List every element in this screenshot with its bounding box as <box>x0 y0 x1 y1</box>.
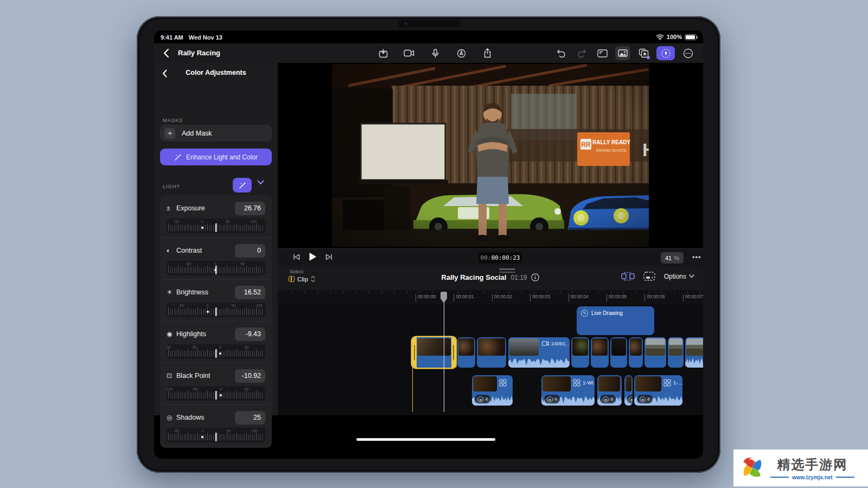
slider-value-field[interactable]: 16.52 <box>235 286 265 299</box>
clip-label-row: 24091… <box>542 341 570 346</box>
ruler-label: 50 <box>245 387 249 391</box>
more-menu-icon[interactable] <box>680 46 695 60</box>
media-library-icon[interactable] <box>615 46 630 60</box>
add-mask-button[interactable]: ＋ Add Mask <box>160 125 272 142</box>
audio-components-icon: ◉ <box>477 396 483 402</box>
timecode-display[interactable]: 00:00:00:23 <box>478 252 522 264</box>
main-clip[interactable]: 24091… <box>508 337 570 368</box>
browser-panel-icon[interactable] <box>595 46 610 60</box>
main-clip[interactable] <box>457 337 475 368</box>
ruler-time-label: 00:00:03 <box>532 294 550 299</box>
clip-thumbnail <box>635 376 661 391</box>
clip-thumbnail <box>478 338 505 356</box>
options-button[interactable]: Options <box>664 273 694 280</box>
clip-thumbnail <box>686 338 703 356</box>
slider-dial-ruler[interactable]: 00-50050 <box>167 344 265 359</box>
clip-thumbnail <box>473 376 497 391</box>
main-clip[interactable] <box>629 337 643 368</box>
slider-dial-ruler[interactable]: -50050100 <box>167 219 265 233</box>
slider-dial-ruler[interactable]: -50050100 <box>167 303 265 317</box>
main-clip[interactable] <box>644 337 666 368</box>
back-chevron-icon[interactable] <box>159 47 173 60</box>
ruler-label: 0 <box>219 345 221 349</box>
multicam-grid-icon <box>663 379 671 387</box>
viewer-more-icon[interactable]: ••• <box>692 253 701 261</box>
zoom-unit: % <box>674 255 679 261</box>
light-section-label: LIGHT <box>163 183 180 189</box>
main-clip[interactable] <box>477 337 506 368</box>
front-camera-icon <box>405 22 407 25</box>
enhance-light-color-button[interactable]: Enhance Light and Color <box>160 149 272 165</box>
record-audio-icon[interactable] <box>427 46 443 60</box>
live-drawing-icon: ✎ <box>581 310 588 317</box>
main-clip[interactable] <box>685 337 703 368</box>
info-icon[interactable] <box>531 273 539 281</box>
slider-value-field[interactable]: 25 <box>235 411 265 425</box>
effects-icon[interactable] <box>636 46 651 60</box>
timeline-ruler[interactable]: 00:00:0000:00:0100:00:0200:00:0300:00:04… <box>278 290 703 304</box>
slider-value-field[interactable]: -10.92 <box>235 369 265 383</box>
slider-dial-ruler[interactable]: 100-50050 <box>167 386 265 401</box>
status-date: Wed Nov 13 <box>189 34 222 41</box>
secondary-clip[interactable]: 1-…◉4 <box>634 375 682 406</box>
share-icon[interactable] <box>480 46 495 60</box>
video-preview[interactable]: RR RALLY READY DRIVING SCHOOL H <box>332 64 649 247</box>
wifi-icon <box>656 34 664 40</box>
live-drawing-icon[interactable] <box>454 46 469 60</box>
clip-filename: 1-… <box>673 380 682 386</box>
clip-thumbnail <box>592 338 608 356</box>
timeline-title: Rally Racing Social <box>442 273 507 281</box>
clip-thumbnail <box>458 338 474 356</box>
import-media-icon[interactable] <box>375 46 391 60</box>
ruler-label: 50 <box>232 304 236 307</box>
undo-icon[interactable] <box>553 46 569 60</box>
chevron-down-icon <box>689 274 694 278</box>
trim-handle-left[interactable] <box>412 337 417 368</box>
zero-marker-dot <box>219 352 221 355</box>
clip-filename: 24091… <box>551 341 570 346</box>
clip-thumbnail <box>598 376 620 391</box>
slider-value-field[interactable]: 0 <box>235 244 265 258</box>
main-clip[interactable] <box>591 337 609 368</box>
main-clip[interactable] <box>610 337 627 368</box>
slider-value-field[interactable]: 26.76 <box>235 202 265 215</box>
skip-to-end-icon[interactable] <box>326 254 333 260</box>
shadows-icon: ◎ <box>167 414 176 421</box>
viewer: RR RALLY READY DRIVING SCHOOL H <box>278 63 703 248</box>
home-indicator[interactable] <box>356 438 495 441</box>
connected-clip-live-drawing[interactable]: ✎Live Drawing <box>577 306 654 335</box>
ruler-label: 0 <box>214 262 216 266</box>
options-label: Options <box>664 273 686 280</box>
light-collapse-chevron-icon[interactable] <box>257 180 264 185</box>
ruler-label: -50 <box>192 345 197 349</box>
light-sliders-card: ± Exposure 26.76 -50050100 ◐ Contrast 0 … <box>160 195 272 448</box>
value-cursor <box>215 307 216 316</box>
slider-dial-ruler[interactable]: -50050100 <box>167 428 265 442</box>
zero-marker-dot <box>207 311 209 313</box>
ruler-time-label: 00:00:05 <box>609 294 627 299</box>
slider-dial-ruler[interactable]: -50050 <box>167 261 265 275</box>
connect-clips-icon[interactable] <box>621 272 635 281</box>
zero-marker-dot <box>220 394 222 396</box>
camera-icon <box>542 341 549 346</box>
viewer-zoom-control[interactable]: 41% <box>661 252 684 264</box>
main-clip-selected[interactable] <box>412 337 456 368</box>
trim-handle-right[interactable] <box>451 337 456 368</box>
record-video-icon[interactable] <box>401 46 417 60</box>
ruler-time-label: 00:00:07 <box>685 294 703 299</box>
slider-value-field[interactable]: -9.43 <box>235 328 265 341</box>
jog-wheel-toggle-icon[interactable] <box>656 46 675 60</box>
main-clip[interactable] <box>668 337 684 368</box>
secondary-clip[interactable]: ◉4 <box>472 375 513 406</box>
redo-icon[interactable] <box>574 46 589 60</box>
main-clip[interactable] <box>571 337 589 368</box>
secondary-clip[interactable]: ◉4 <box>597 375 622 406</box>
clip-audio-badge: ◉4 <box>544 395 560 403</box>
secondary-clip[interactable]: 1-Wi…◉4 <box>541 375 595 406</box>
skip-to-start-icon[interactable] <box>293 254 300 260</box>
play-icon[interactable] <box>309 252 317 261</box>
light-auto-enhance-button[interactable] <box>233 178 252 192</box>
transport-bar: 00:00:00:23 41% ••• <box>278 248 703 266</box>
overwrite-clip-icon[interactable] <box>643 272 655 281</box>
secondary-clip[interactable]: ◉ <box>624 375 633 406</box>
